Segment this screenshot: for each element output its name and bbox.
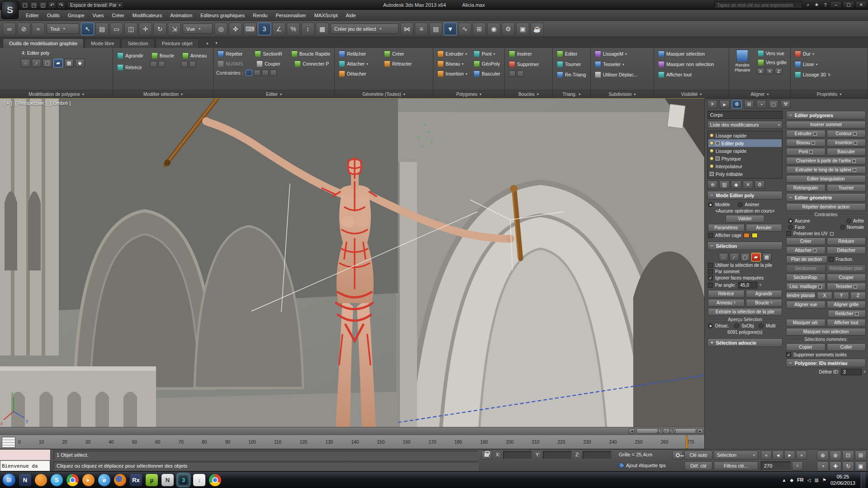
cut-button[interactable]: Couper <box>827 274 866 281</box>
ring-shrink-icon[interactable] <box>189 61 196 67</box>
align-to-view-button[interactable]: Vers vue <box>757 50 787 57</box>
use-pivot-center-icon[interactable]: ◎ <box>214 23 228 35</box>
track-bar[interactable]: 0102030405060708090100110120130140150160… <box>0 435 704 449</box>
zoom-icon[interactable]: ⊕ <box>817 450 829 460</box>
tab-outils-graphite[interactable]: Outils de modélisation graphite <box>3 38 84 48</box>
time-slider-handle[interactable]: 270 / 270 <box>636 428 696 434</box>
smooth-edges-button[interactable]: Lisse▾ <box>793 60 865 68</box>
insert-vertex-button[interactable]: Insérer sommet <box>786 121 866 128</box>
tray-language-label[interactable]: FR <box>797 477 804 483</box>
repeat-button[interactable]: Répéter <box>216 50 251 58</box>
timeline-tick[interactable]: 250 <box>635 440 643 445</box>
taskbar-download-icon[interactable]: ↓ <box>193 474 205 486</box>
tray-app-icon[interactable]: ◆ <box>790 478 793 483</box>
timeline-tick[interactable]: 50 <box>132 440 137 445</box>
modifier-stack-row[interactable]: Poly éditable <box>708 170 782 178</box>
utilities-tab-icon[interactable]: ⚒ <box>781 100 791 109</box>
ring-grow-icon[interactable] <box>181 61 188 67</box>
taskbar-clock[interactable]: 05:25 02/06/2013 <box>830 474 855 487</box>
time-tag-button[interactable]: Ajout étiquette tps <box>619 463 666 468</box>
preset-icon[interactable] <box>3 57 9 64</box>
grid-align-button[interactable]: Aligner grille <box>827 301 866 308</box>
tray-volume-icon[interactable]: ◁ <box>807 478 811 483</box>
tessellate-button[interactable]: Tesseler <box>827 283 866 290</box>
hide-unselected-button[interactable]: Masquer non sélection <box>786 328 866 336</box>
select-and-scale-icon[interactable]: ⇲ <box>168 23 181 35</box>
vertex-subobject-icon[interactable]: ∴ <box>719 253 728 261</box>
orbit-icon[interactable]: ↻ <box>842 461 854 471</box>
grow-selection-button[interactable]: Agrandir <box>116 52 145 60</box>
taskbar-notepad-icon[interactable]: N <box>19 474 31 486</box>
timeline-tick[interactable]: 170 <box>429 440 436 445</box>
panel-footer-properties[interactable]: Propriétés ▾ <box>791 90 868 98</box>
viewport-canvas[interactable]: z x y <box>0 99 704 427</box>
preserve-uv-checkbox[interactable] <box>786 231 791 236</box>
msmooth-button[interactable]: Liss. maillage <box>786 283 825 290</box>
use-stack-selection-checkbox[interactable] <box>708 263 713 268</box>
spinner-snap-icon[interactable]: ↕ <box>301 23 314 35</box>
timeline-tick[interactable]: 210 <box>532 440 540 445</box>
make-planar-button[interactable]: Rendre planaire <box>786 292 816 299</box>
minimize-icon[interactable]: – <box>830 1 842 8</box>
timeline-tick[interactable]: 140 <box>351 440 359 445</box>
maxscript-mini-listener[interactable]: Bienvenue da <box>0 450 51 472</box>
visibility-bulb-icon[interactable] <box>710 149 714 153</box>
select-and-move-icon[interactable]: ✛ <box>139 23 152 35</box>
visibility-bulb-icon[interactable] <box>710 164 714 168</box>
current-frame-marker[interactable] <box>686 436 688 449</box>
hide-selection-button[interactable]: Masquer sélection <box>657 50 726 58</box>
menu-animation[interactable]: Animation <box>166 11 196 20</box>
settings-box-icon[interactable] <box>830 232 834 236</box>
tessellate-button[interactable]: Tesseler▾ <box>593 60 651 68</box>
timeline-tick[interactable]: 10 <box>39 440 44 445</box>
timeline-tick[interactable]: 70 <box>179 440 184 445</box>
relax-button[interactable]: Relâcher <box>828 310 866 317</box>
rollout-material-ids[interactable]: − Polygone: IDs matériau <box>786 359 866 367</box>
connect-button[interactable]: Connecter P <box>293 60 330 68</box>
tab-mode-libre[interactable]: Mode libre <box>85 38 120 48</box>
zoom-extents-icon[interactable]: ⊡ <box>842 450 854 460</box>
taskbar-utorrent-icon[interactable]: µ <box>146 474 158 486</box>
hide-unselected-button[interactable]: Masquer non sélection <box>657 60 726 68</box>
viewport-shading-menu[interactable]: [ Ombré ] <box>50 100 71 106</box>
pan-icon[interactable]: ✚ <box>830 461 841 471</box>
workspace-dropdown[interactable]: Espace de travail: Par ▾ <box>67 1 124 9</box>
visibility-bulb-icon[interactable] <box>710 133 714 137</box>
taskbar-chrome-icon[interactable] <box>66 474 79 486</box>
help-icon[interactable]: ? <box>821 1 829 9</box>
settings-box-icon[interactable] <box>855 312 859 316</box>
copy-button[interactable]: Copier <box>786 343 825 351</box>
panel-footer-polygons[interactable]: Polygones ▾ <box>433 90 504 98</box>
timeline-tick[interactable]: 130 <box>325 440 333 445</box>
modifier-stack-row[interactable]: Interpolateur <box>708 162 782 170</box>
ribbon-options-icon[interactable]: ▾ <box>213 39 221 47</box>
rollout-mode-edit-poly[interactable]: − Mode Editer poly <box>707 191 783 199</box>
select-and-link-icon[interactable]: ∞ <box>3 23 16 35</box>
taskbar-3dsmax-icon[interactable]: 3 <box>177 474 190 486</box>
reference-coordsys-dropdown[interactable]: Vue ▾ <box>183 24 213 34</box>
preset-icon[interactable] <box>3 65 9 71</box>
current-frame-field[interactable]: 270 <box>761 461 791 470</box>
menu-creer[interactable]: Créer <box>108 11 128 20</box>
timeline-tick[interactable]: 0 <box>18 440 21 445</box>
radio-preview-multi[interactable] <box>759 323 764 328</box>
relax-button[interactable]: Relâcher <box>337 50 379 58</box>
mirror-icon[interactable]: ⋈ <box>400 23 413 35</box>
bevel-button[interactable]: Biseau▾ <box>436 60 470 68</box>
modifier-stack-row-selected[interactable]: Editer poly <box>708 139 782 147</box>
percent-snap-icon[interactable]: % <box>287 23 300 35</box>
slice-plane-button[interactable]: Plan de section <box>786 256 827 263</box>
extrude-along-spline-button[interactable]: Extruder le long de la spline <box>786 166 866 174</box>
panel-footer-visibility[interactable]: Visibilité ▾ <box>654 90 729 98</box>
settings-box-icon[interactable] <box>818 285 822 289</box>
retriangulate-button[interactable]: Re-Triang <box>555 71 588 79</box>
retriangulate-button[interactable]: Retrianguler <box>786 184 825 192</box>
panel-footer-align[interactable]: Aligner ▾ <box>729 90 790 98</box>
timeline-tick[interactable]: 190 <box>480 440 488 445</box>
selection-lock-toggle[interactable] <box>481 450 492 460</box>
border-subobject-icon[interactable]: ▢ <box>740 253 750 261</box>
panel-options-icon[interactable] <box>103 57 110 64</box>
radio-animer[interactable] <box>738 202 743 207</box>
taskbar-browser2-icon[interactable] <box>209 474 221 486</box>
sun-icon[interactable]: ☀ <box>707 100 717 109</box>
